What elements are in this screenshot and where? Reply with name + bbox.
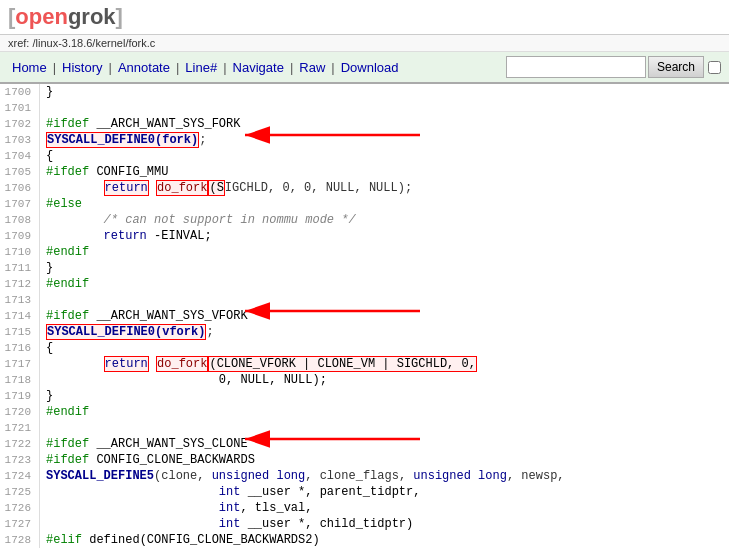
line-content: return do_fork(CLONE_VFORK | CLONE_VM | …: [46, 356, 729, 372]
code-line: 1706 return do_fork(SIGCHLD, 0, 0, NULL,…: [0, 180, 729, 196]
breadcrumb: xref: /linux-3.18.6/kernel/fork.c: [0, 35, 729, 52]
nav-history[interactable]: History: [58, 58, 106, 77]
nav-linehash[interactable]: Line#: [181, 58, 221, 77]
code-line: 1713: [0, 292, 729, 308]
nav-sep-3: |: [176, 60, 179, 75]
line-number: 1703: [0, 132, 40, 148]
code-wrapper: 1700}17011702#ifdef __ARCH_WANT_SYS_FORK…: [0, 84, 729, 548]
search-input[interactable]: [506, 56, 646, 78]
line-number: 1720: [0, 404, 40, 420]
line-number: 1717: [0, 356, 40, 372]
nav-sep-2: |: [109, 60, 112, 75]
logo: [opengrok]: [8, 4, 123, 29]
line-content: int __user *, parent_tidptr,: [46, 484, 729, 500]
code-line: 1714#ifdef __ARCH_WANT_SYS_VFORK: [0, 308, 729, 324]
line-number: 1712: [0, 276, 40, 292]
code-line: 1728#elif defined(CONFIG_CLONE_BACKWARDS…: [0, 532, 729, 548]
code-line: 1715SYSCALL_DEFINE0(vfork);: [0, 324, 729, 340]
line-content: int __user *, child_tidptr): [46, 516, 729, 532]
line-content: #endif: [46, 276, 729, 292]
nav-sep-1: |: [53, 60, 56, 75]
line-number: 1725: [0, 484, 40, 500]
line-content: {: [46, 340, 729, 356]
code-line: 1727 int __user *, child_tidptr): [0, 516, 729, 532]
nav-navigate[interactable]: Navigate: [229, 58, 288, 77]
code-line: 1720#endif: [0, 404, 729, 420]
code-line: 1725 int __user *, parent_tidptr,: [0, 484, 729, 500]
nav-checkbox[interactable]: [708, 61, 721, 74]
line-number: 1714: [0, 308, 40, 324]
search-button[interactable]: Search: [648, 56, 704, 78]
line-number: 1705: [0, 164, 40, 180]
code-line: 1724SYSCALL_DEFINE5(clone, unsigned long…: [0, 468, 729, 484]
line-number: 1702: [0, 116, 40, 132]
line-content: #ifdef CONFIG_MMU: [46, 164, 729, 180]
line-number: 1700: [0, 84, 40, 100]
nav-home[interactable]: Home: [8, 58, 51, 77]
line-number: 1716: [0, 340, 40, 356]
line-content: #ifdef CONFIG_CLONE_BACKWARDS: [46, 452, 729, 468]
nav-bar: Home | History | Annotate | Line# | Navi…: [0, 52, 729, 84]
line-content: #else: [46, 196, 729, 212]
code-area: 1700}17011702#ifdef __ARCH_WANT_SYS_FORK…: [0, 84, 729, 548]
line-content: }: [46, 84, 729, 100]
code-line: 1721: [0, 420, 729, 436]
line-content: /* can not support in nommu mode */: [46, 212, 729, 228]
code-line: 1723#ifdef CONFIG_CLONE_BACKWARDS: [0, 452, 729, 468]
line-number: 1726: [0, 500, 40, 516]
nav-annotate[interactable]: Annotate: [114, 58, 174, 77]
line-number: 1707: [0, 196, 40, 212]
line-content: SYSCALL_DEFINE5(clone, unsigned long, cl…: [46, 468, 729, 484]
logo-grok: grok: [68, 4, 116, 29]
line-number: 1728: [0, 532, 40, 548]
line-content: #endif: [46, 244, 729, 260]
code-line: 1705#ifdef CONFIG_MMU: [0, 164, 729, 180]
line-number: 1722: [0, 436, 40, 452]
line-number: 1724: [0, 468, 40, 484]
line-content: SYSCALL_DEFINE0(vfork);: [46, 324, 729, 340]
code-line: 1709 return -EINVAL;: [0, 228, 729, 244]
logo-bracket-close: ]: [116, 4, 123, 29]
line-content: return -EINVAL;: [46, 228, 729, 244]
line-number: 1706: [0, 180, 40, 196]
line-number: 1701: [0, 100, 40, 116]
line-number: 1704: [0, 148, 40, 164]
line-content: }: [46, 260, 729, 276]
line-content: #ifdef __ARCH_WANT_SYS_CLONE: [46, 436, 729, 452]
line-number: 1723: [0, 452, 40, 468]
line-number: 1727: [0, 516, 40, 532]
nav-sep-6: |: [331, 60, 334, 75]
code-line: 1726 int, tls_val,: [0, 500, 729, 516]
line-number: 1708: [0, 212, 40, 228]
code-line: 1719}: [0, 388, 729, 404]
logo-open: open: [15, 4, 68, 29]
line-content: }: [46, 388, 729, 404]
code-line: 1722#ifdef __ARCH_WANT_SYS_CLONE: [0, 436, 729, 452]
line-number: 1718: [0, 372, 40, 388]
logo-bar: [opengrok]: [0, 0, 729, 35]
line-number: 1719: [0, 388, 40, 404]
code-line: 1718 0, NULL, NULL);: [0, 372, 729, 388]
breadcrumb-text: xref: /linux-3.18.6/kernel/fork.c: [8, 37, 155, 49]
code-line: 1702#ifdef __ARCH_WANT_SYS_FORK: [0, 116, 729, 132]
nav-sep-5: |: [290, 60, 293, 75]
line-number: 1711: [0, 260, 40, 276]
code-line: 1716{: [0, 340, 729, 356]
nav-sep-4: |: [223, 60, 226, 75]
code-line: 1701: [0, 100, 729, 116]
code-line: 1700}: [0, 84, 729, 100]
line-content: int, tls_val,: [46, 500, 729, 516]
line-number: 1715: [0, 324, 40, 340]
code-line: 1711}: [0, 260, 729, 276]
line-content: 0, NULL, NULL);: [46, 372, 729, 388]
line-content: #elif defined(CONFIG_CLONE_BACKWARDS2): [46, 532, 729, 548]
line-content: #ifdef __ARCH_WANT_SYS_FORK: [46, 116, 729, 132]
nav-download[interactable]: Download: [337, 58, 403, 77]
line-number: 1709: [0, 228, 40, 244]
line-content: SYSCALL_DEFINE0(fork);: [46, 132, 729, 148]
line-content: #ifdef __ARCH_WANT_SYS_VFORK: [46, 308, 729, 324]
code-line: 1717 return do_fork(CLONE_VFORK | CLONE_…: [0, 356, 729, 372]
line-number: 1710: [0, 244, 40, 260]
code-line: 1704{: [0, 148, 729, 164]
nav-raw[interactable]: Raw: [295, 58, 329, 77]
